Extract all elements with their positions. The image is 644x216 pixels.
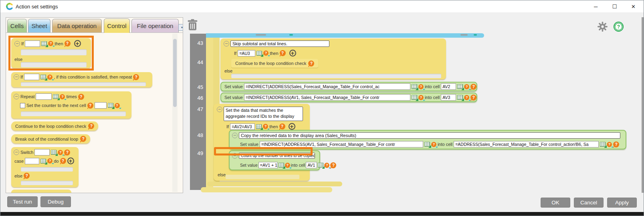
switch-value-input[interactable] bbox=[34, 149, 50, 155]
question-dropdown-icon[interactable] bbox=[418, 95, 424, 100]
tab-data-operation[interactable]: Data operation bbox=[52, 19, 102, 32]
condition-input[interactable] bbox=[24, 74, 39, 80]
question-dropdown-icon[interactable] bbox=[263, 50, 269, 56]
palette-switch-block[interactable]: Switch case do else bbox=[11, 147, 79, 187]
block-comment-input[interactable]: Copy the retrieved data to the display a… bbox=[239, 132, 620, 139]
help-bubble-icon[interactable] bbox=[64, 149, 70, 155]
cell-picker-icon[interactable] bbox=[600, 142, 606, 147]
tab-file-operation[interactable]: File operation bbox=[131, 19, 179, 32]
block-comment-input[interactable]: Set the data that matches the aggregate … bbox=[224, 107, 303, 121]
minimize-button[interactable]: ─ bbox=[587, 0, 605, 12]
question-dropdown-icon[interactable] bbox=[285, 163, 290, 168]
help-bubble-icon[interactable] bbox=[88, 123, 94, 129]
collapse-icon[interactable] bbox=[14, 94, 19, 99]
palette-repeat-block[interactable]: Repeat times Set the counter to the next… bbox=[11, 91, 131, 119]
question-dropdown-icon[interactable] bbox=[324, 163, 329, 168]
close-button[interactable]: ✕ bbox=[624, 0, 642, 12]
target-cell-input[interactable]: AV3 bbox=[441, 94, 456, 101]
ok-button[interactable]: OK bbox=[541, 198, 570, 208]
question-dropdown-icon[interactable] bbox=[464, 95, 469, 100]
scrolled-loop-block[interactable] bbox=[206, 33, 484, 38]
gear-icon[interactable] bbox=[597, 21, 608, 32]
cell-picker-icon[interactable] bbox=[256, 124, 262, 129]
add-branch-icon[interactable] bbox=[289, 50, 296, 57]
cell-picker-icon[interactable] bbox=[279, 163, 284, 168]
add-branch-icon[interactable] bbox=[289, 123, 295, 130]
help-bubble-icon[interactable] bbox=[308, 61, 314, 67]
counter-checkbox[interactable] bbox=[20, 103, 25, 108]
canvas-scrollbar[interactable] bbox=[642, 17, 644, 193]
case-slot[interactable] bbox=[21, 167, 73, 172]
collapse-icon[interactable] bbox=[14, 74, 19, 80]
tab-overflow-button[interactable]: ▼ bbox=[178, 24, 183, 31]
help-bubble-icon[interactable] bbox=[279, 123, 285, 129]
palette-scrollbar-thumb[interactable] bbox=[173, 39, 177, 107]
palette-break-block[interactable]: Break out of the conditional loop bbox=[11, 134, 90, 143]
tab-control[interactable]: Control bbox=[104, 18, 130, 33]
else-slot[interactable] bbox=[21, 181, 73, 185]
cell-picker-icon[interactable] bbox=[318, 163, 323, 168]
value-input[interactable]: =AV1 + 1 bbox=[258, 162, 278, 168]
block-comment-input[interactable]: Skip subtotal and total lines. bbox=[230, 40, 329, 47]
count-input[interactable] bbox=[36, 93, 52, 100]
cell-picker-icon[interactable] bbox=[457, 95, 463, 100]
cell-picker-icon[interactable] bbox=[412, 95, 417, 100]
script-set-value-block-48[interactable]: Copy the retrieved data to the display a… bbox=[229, 130, 626, 149]
cell-picker-icon[interactable] bbox=[40, 159, 46, 164]
question-dropdown-icon[interactable] bbox=[58, 150, 63, 155]
else-slot[interactable] bbox=[231, 74, 441, 78]
debug-button[interactable]: Debug bbox=[40, 196, 71, 207]
value-input[interactable]: =INDIRECT(ADDRESS(AV1, Sales_Forecast_Ma… bbox=[244, 94, 410, 101]
question-dropdown-icon[interactable] bbox=[47, 75, 52, 80]
help-bubble-icon[interactable] bbox=[87, 103, 93, 109]
else-slot[interactable] bbox=[226, 175, 299, 179]
help-bubble-icon[interactable] bbox=[133, 74, 139, 80]
case-value-input[interactable] bbox=[25, 158, 39, 164]
test-run-button[interactable]: Test run bbox=[7, 196, 38, 207]
palette-clipped-block[interactable] bbox=[11, 190, 71, 193]
cell-picker-icon[interactable] bbox=[412, 84, 417, 89]
help-bubble-icon[interactable] bbox=[470, 95, 476, 101]
trash-icon[interactable] bbox=[187, 19, 198, 31]
loop-body-slot[interactable] bbox=[21, 111, 126, 116]
help-bubble-icon[interactable] bbox=[78, 94, 84, 100]
cell-picker-icon[interactable] bbox=[53, 94, 59, 99]
question-dropdown-icon[interactable] bbox=[115, 103, 120, 108]
tab-sheet[interactable]: Sheet bbox=[28, 19, 50, 32]
cell-picker-icon[interactable] bbox=[40, 75, 46, 79]
script-set-value-46[interactable]: Set value =INDIRECT(ADDRESS(AV1, Sales_F… bbox=[220, 93, 477, 102]
palette-continue-block[interactable]: Continue to the loop condition check bbox=[11, 121, 98, 131]
script-if-block-43[interactable]: Skip subtotal and total lines. If =AU3 t… bbox=[220, 38, 446, 79]
script-continue-block-44[interactable]: Continue to the loop condition check bbox=[231, 59, 318, 68]
question-dropdown-icon[interactable] bbox=[607, 142, 612, 147]
cell-picker-icon[interactable] bbox=[51, 150, 57, 155]
help-bubble-icon[interactable] bbox=[470, 84, 476, 90]
add-case-icon[interactable] bbox=[67, 157, 74, 164]
script-set-value-45[interactable]: Set value =INDIRECT(ADDRESS(Sales_Foreca… bbox=[220, 82, 477, 91]
help-bubble-icon[interactable] bbox=[80, 136, 86, 142]
apply-button[interactable]: Apply bbox=[607, 198, 637, 208]
help-icon[interactable]: ? bbox=[613, 21, 624, 32]
question-dropdown-icon[interactable] bbox=[464, 84, 469, 89]
condition-input[interactable]: =AV2=AV3 bbox=[230, 123, 255, 130]
question-dropdown-icon[interactable] bbox=[418, 84, 424, 89]
value-input[interactable]: =INDIRECT(ADDRESS(AV1, Sales_Forecast_Ma… bbox=[260, 141, 423, 147]
maximize-button[interactable]: ☐ bbox=[606, 0, 624, 12]
collapse-icon[interactable] bbox=[217, 107, 222, 112]
cell-picker-icon[interactable] bbox=[108, 103, 113, 108]
collapse-icon[interactable] bbox=[14, 149, 19, 155]
target-cell-input[interactable]: AV1 bbox=[306, 162, 317, 168]
cell-picker-icon[interactable] bbox=[256, 51, 262, 56]
loop-body-slot[interactable] bbox=[21, 82, 146, 86]
help-bubble-icon[interactable] bbox=[60, 158, 66, 164]
cell-picker-icon[interactable] bbox=[457, 84, 463, 89]
value-input[interactable]: =INDIRECT(ADDRESS(Sales_Forecast_Manage_… bbox=[244, 83, 410, 90]
target-cell-input[interactable]: =ADDRESS(Sales_Forecast_Manage_Table_For… bbox=[454, 141, 599, 147]
condition-input[interactable]: =AU3 bbox=[238, 50, 255, 57]
counter-cell-input[interactable] bbox=[95, 102, 107, 109]
collapse-icon[interactable] bbox=[224, 41, 229, 46]
target-cell-input[interactable]: AV2 bbox=[441, 83, 456, 90]
help-bubble-icon[interactable] bbox=[613, 141, 619, 147]
cell-picker-icon[interactable] bbox=[424, 142, 430, 147]
collapse-icon[interactable] bbox=[232, 133, 238, 138]
